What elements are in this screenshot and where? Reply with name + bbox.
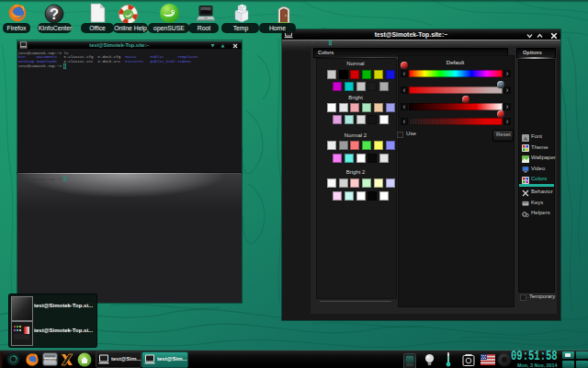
svg-text:?: ?: [50, 6, 59, 22]
svg-text:Terminology: Terminology: [42, 358, 58, 362]
svg-text:A: A: [524, 135, 527, 141]
